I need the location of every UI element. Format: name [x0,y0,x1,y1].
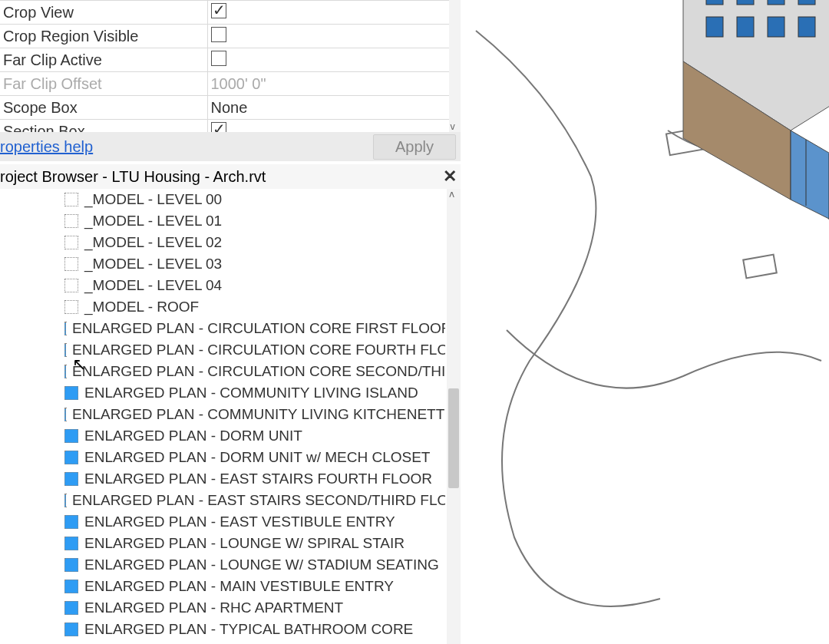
view-item[interactable]: ENLARGED PLAN - COMMUNITY LIVING KITCHEN… [64,404,445,425]
view-item[interactable]: ENLARGED PLAN - LOUNGE W/ SPIRAL STAIR [64,533,445,554]
sheet-blue-icon [64,408,66,421]
view-item[interactable]: ENLARGED PLAN - EAST VESTIBULE ENTRY [64,511,445,533]
property-row: Far Clip Offset1000' 0" [0,72,461,96]
view-item[interactable]: ENLARGED PLAN - CIRCULATION CORE SECOND/… [64,361,445,382]
sheet-blue-icon [64,429,78,443]
view-label: _MODEL - LEVEL 00 [84,191,222,208]
view-label: _MODEL - LEVEL 04 [84,277,222,294]
close-icon[interactable]: ✕ [439,167,461,187]
sheet-blue-icon [64,580,78,593]
property-label: Scope Box [0,96,207,120]
sheet-blue-icon [64,343,66,357]
view-item[interactable]: ENLARGED PLAN - DORM UNIT w/ MECH CLOSET [64,447,445,468]
view-label: ENLARGED PLAN - LOUNGE W/ STADIUM SEATIN… [84,556,439,573]
sheet-blue-icon [64,365,66,378]
view-label: _MODEL - LEVEL 03 [84,256,222,272]
project-browser-body: _MODEL - LEVEL 00_MODEL - LEVEL 01_MODEL… [0,189,461,644]
sheet-blue-icon [64,472,78,486]
view-item[interactable]: ENLARGED PLAN - TYPICAL BATHROOM CORE [64,619,445,640]
view-label: ENLARGED PLAN - DORM UNIT w/ MECH CLOSET [84,449,430,466]
project-browser-title: roject Browser - LTU Housing - Arch.rvt [0,168,439,186]
view-label: ENLARGED PLAN - CIRCULATION CORE FOURTH … [72,342,445,358]
property-label: Crop Region Visible [0,25,207,48]
view-label: ENLARGED PLAN - MAIN VESTIBULE ENTRY [84,578,394,595]
property-row: Far Clip Active [0,48,461,72]
view-label: _MODEL - LEVEL 01 [84,213,222,230]
view-label: ENLARGED PLAN - EAST STAIRS FOURTH FLOOR [84,471,432,487]
view-item[interactable]: _MODEL - LEVEL 00 [64,189,445,210]
view-item[interactable]: _MODEL - LEVEL 01 [64,210,445,232]
project-browser: roject Browser - LTU Housing - Arch.rvt … [0,164,461,644]
view-item[interactable]: ENLARGED PLAN - EAST STAIRS FOURTH FLOOR [64,468,445,490]
property-value[interactable]: None [207,96,461,120]
view-label: ENLARGED PLAN - EAST VESTIBULE ENTRY [84,514,395,530]
sheet-blue-icon [64,515,78,529]
view-item[interactable]: _MODEL - LEVEL 04 [64,275,445,296]
project-browser-scrollbar[interactable]: ʌ [447,189,461,644]
sheet-white-icon [64,236,78,249]
view-item[interactable]: ENLARGED PLAN - COMMUNITY LIVING ISLAND [64,382,445,404]
properties-scrollbar[interactable] [449,0,461,132]
svg-rect-4 [706,0,723,5]
property-value[interactable] [207,25,461,48]
sheet-blue-icon [64,451,78,464]
view-label: ENLARGED PLAN - CIRCULATION CORE FIRST F… [72,320,445,337]
sheet-white-icon [64,257,78,271]
sheet-white-icon [64,214,78,228]
view-item[interactable]: ENLARGED PLAN - CIRCULATION CORE FIRST F… [64,318,445,339]
checkbox[interactable] [211,27,226,42]
property-value: 1000' 0" [207,72,461,96]
view-item[interactable]: ENLARGED PLAN - DORM UNIT [64,425,445,447]
scroll-up-icon[interactable]: ʌ [449,189,454,200]
view-label: _MODEL - ROOF [84,299,199,315]
svg-rect-7 [798,0,815,5]
view-item[interactable]: ENLARGED PLAN - EAST STAIRS SECOND/THIRD… [64,490,445,511]
viewport-3d[interactable] [461,0,829,644]
svg-rect-1 [743,255,777,279]
apply-button[interactable]: Apply [373,134,456,160]
view-label: _MODEL - LEVEL 02 [84,234,222,251]
svg-rect-10 [768,17,784,37]
sheet-blue-icon [64,623,78,636]
properties-table: Crop ViewCrop Region VisibleFar Clip Act… [0,0,461,144]
svg-rect-11 [798,17,815,37]
view-label: ENLARGED PLAN - TYPICAL BATHROOM CORE [84,621,413,638]
view-label: ENLARGED PLAN - RHC APARTMENT [84,599,343,616]
view-item[interactable]: ENLARGED PLAN - MAIN VESTIBULE ENTRY [64,576,445,597]
view-item[interactable]: ENLARGED PLAN - RHC APARTMENT [64,597,445,619]
view-label: ENLARGED PLAN - EAST STAIRS SECOND/THIRD… [72,492,445,509]
view-label: ENLARGED PLAN - COMMUNITY LIVING ISLAND [84,385,418,401]
view-item[interactable]: _MODEL - LEVEL 03 [64,253,445,275]
view-item[interactable]: _MODEL - LEVEL 02 [64,232,445,253]
sheet-white-icon [64,300,78,314]
sheet-blue-icon [64,494,66,507]
svg-rect-6 [768,0,784,5]
svg-marker-12 [791,130,829,246]
view-item[interactable]: ENLARGED PLAN - LOUNGE W/ STADIUM SEATIN… [64,554,445,576]
project-browser-header: roject Browser - LTU Housing - Arch.rvt … [0,164,461,189]
view-item[interactable]: _MODEL - ROOF [64,296,445,318]
property-row: Crop Region Visible [0,25,461,48]
property-label: Far Clip Offset [0,72,207,96]
scroll-thumb[interactable] [448,388,459,488]
sheet-white-icon [64,279,78,292]
sheet-blue-icon [64,322,66,335]
svg-rect-9 [737,17,754,37]
view-label: ENLARGED PLAN - CIRCULATION CORE SECOND/… [72,363,445,380]
property-row: Scope BoxNone [0,96,461,120]
svg-rect-5 [737,0,754,5]
view-label: ENLARGED PLAN - LOUNGE W/ SPIRAL STAIR [84,535,405,552]
view-label: ENLARGED PLAN - COMMUNITY LIVING KITCHEN… [72,406,445,423]
properties-help-link[interactable]: roperties help [0,138,93,156]
sheet-blue-icon [64,537,78,550]
svg-rect-8 [706,17,723,37]
checkbox[interactable] [211,51,226,66]
view-item[interactable]: ENLARGED PLAN - CIRCULATION CORE FOURTH … [64,339,445,361]
checkbox[interactable] [211,3,226,18]
property-label: Crop View [0,1,207,25]
property-value[interactable] [207,48,461,72]
sheet-blue-icon [64,386,78,400]
sheet-blue-icon [64,558,78,572]
property-row: Crop View [0,1,461,25]
property-value[interactable] [207,1,461,25]
